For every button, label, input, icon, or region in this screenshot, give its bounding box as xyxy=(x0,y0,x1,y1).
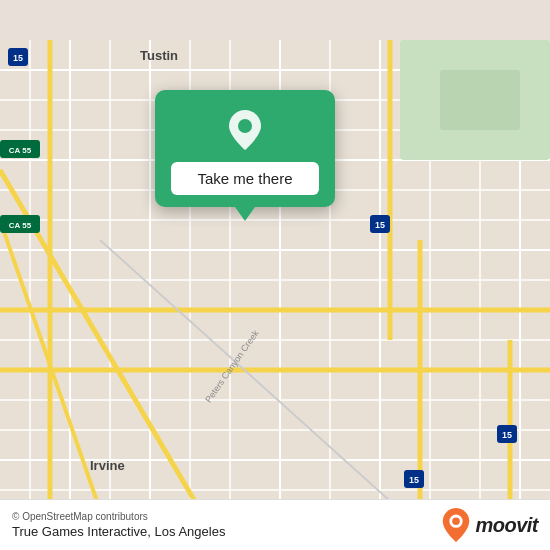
svg-text:Irvine: Irvine xyxy=(90,458,125,473)
svg-point-54 xyxy=(238,119,252,133)
map-background: 15 CA 55 CA 55 15 15 15 Tustin Irvine Pe… xyxy=(0,0,550,550)
osm-attribution: © OpenStreetMap contributors xyxy=(12,511,225,522)
bottom-bar-info: © OpenStreetMap contributors True Games … xyxy=(12,511,225,539)
location-pin-icon xyxy=(223,108,267,152)
map-container: 15 CA 55 CA 55 15 15 15 Tustin Irvine Pe… xyxy=(0,0,550,550)
popup-card[interactable]: Take me there xyxy=(155,90,335,207)
moovit-pin-icon xyxy=(442,508,470,542)
svg-point-56 xyxy=(453,517,461,525)
svg-text:Tustin: Tustin xyxy=(140,48,178,63)
take-me-there-button[interactable]: Take me there xyxy=(171,162,319,195)
moovit-brand-text: moovit xyxy=(475,514,538,537)
bottom-bar: © OpenStreetMap contributors True Games … xyxy=(0,499,550,550)
moovit-logo: moovit xyxy=(442,508,538,542)
svg-text:15: 15 xyxy=(502,430,512,440)
svg-rect-38 xyxy=(440,70,520,130)
svg-text:CA 55: CA 55 xyxy=(9,146,32,155)
svg-text:CA 55: CA 55 xyxy=(9,221,32,230)
svg-text:15: 15 xyxy=(13,53,23,63)
svg-text:15: 15 xyxy=(375,220,385,230)
svg-text:15: 15 xyxy=(409,475,419,485)
location-name: True Games Interactive, Los Angeles xyxy=(12,524,225,539)
